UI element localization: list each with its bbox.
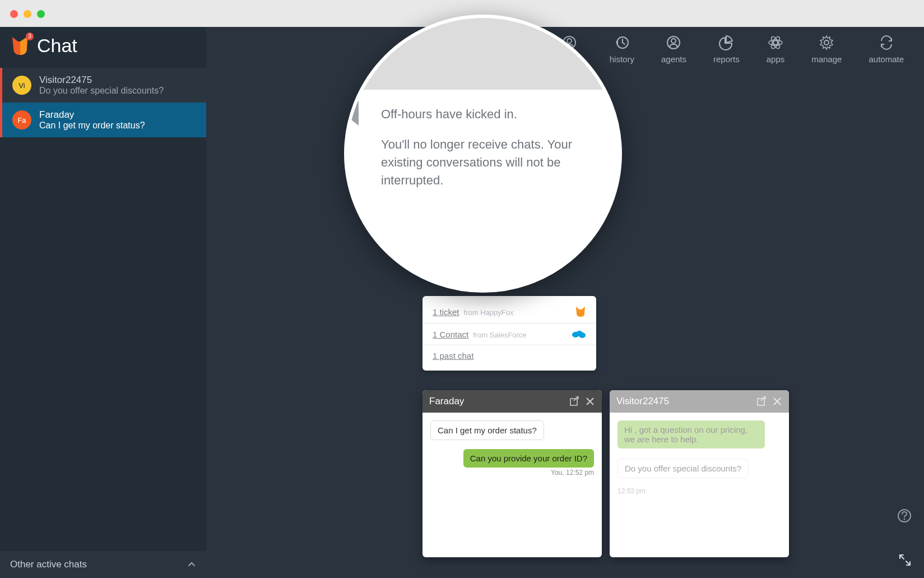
message-bubble: Do you offer special discounts? bbox=[617, 459, 749, 478]
happyfox-logo-icon: 3 bbox=[10, 36, 30, 56]
avatar: Fa bbox=[12, 110, 31, 130]
salesforce-mini-icon bbox=[572, 329, 586, 339]
expand-icon[interactable] bbox=[898, 553, 912, 567]
message-meta: You, 12:52 pm bbox=[430, 469, 594, 477]
ticket-link: 1 ticket bbox=[433, 307, 459, 317]
help-icon[interactable] bbox=[897, 508, 912, 523]
chat-item-preview: Can I get my order status? bbox=[39, 121, 145, 131]
nav-apps[interactable]: apps bbox=[761, 31, 791, 67]
zoom-dot-icon[interactable] bbox=[37, 10, 45, 18]
svg-point-13 bbox=[824, 40, 829, 45]
nav-label: automate bbox=[869, 54, 904, 64]
brand: 3 Chat bbox=[0, 27, 206, 68]
notification-body: Off-hours have kicked in. You'll no long… bbox=[347, 90, 619, 289]
chat-item-name: Visitor22475 bbox=[39, 75, 164, 86]
other-active-chats-toggle[interactable]: Other active chats bbox=[0, 551, 206, 578]
info-past-chat-row[interactable]: 1 past chat bbox=[422, 346, 596, 365]
history-icon bbox=[614, 34, 630, 51]
svg-point-8 bbox=[671, 39, 676, 43]
notification-line2: You'll no longer receive chats. Your exi… bbox=[381, 136, 588, 189]
message-outgoing: Hi , got a question on our pricing, we a… bbox=[617, 420, 781, 448]
nav-agents[interactable]: agents bbox=[656, 31, 692, 67]
message-incoming: Do you offer special discounts? bbox=[617, 459, 781, 478]
apps-icon bbox=[767, 34, 784, 51]
expand-corner bbox=[898, 553, 912, 567]
svg-rect-17 bbox=[570, 399, 577, 405]
message-meta: 12:53 pm bbox=[617, 487, 781, 495]
chat-window-title: Visitor22475 bbox=[616, 396, 669, 407]
caret-left-icon bbox=[344, 101, 359, 126]
ticket-source: from HappyFox bbox=[464, 308, 514, 317]
nav-label: apps bbox=[767, 54, 785, 64]
chat-window-header: Visitor22475 bbox=[610, 390, 789, 413]
reports-icon bbox=[718, 34, 735, 51]
chat-item-name: Faraday bbox=[39, 109, 145, 121]
sidebar-spacer bbox=[0, 137, 206, 551]
chat-window-header: Faraday bbox=[422, 390, 602, 413]
message-bubble: Can I get my order status? bbox=[430, 420, 544, 440]
nav-label: manage bbox=[811, 54, 842, 64]
message-outgoing: Can you provide your order ID? You, 12:5… bbox=[430, 449, 594, 477]
info-contact-row[interactable]: 1 Contact from SalesForce bbox=[422, 325, 596, 344]
help-corner bbox=[897, 508, 912, 523]
notification-line1: Off-hours have kicked in. bbox=[381, 105, 588, 123]
chat-list-item-faraday[interactable]: Fa Faraday Can I get my order status? bbox=[0, 103, 206, 137]
visitor-info-card: 1 ticket from HappyFox 1 Contact from Sa… bbox=[422, 296, 596, 371]
svg-rect-18 bbox=[758, 399, 764, 405]
chat-list-item-visitor[interactable]: Vi Visitor22475 Do you offer special dis… bbox=[0, 68, 206, 103]
gear-icon bbox=[818, 34, 835, 51]
app-frame: 3 Chat Vi Visitor22475 Do you offer spec… bbox=[0, 27, 924, 578]
chat-window-body: Can I get my order status? Can you provi… bbox=[422, 413, 602, 557]
close-icon[interactable] bbox=[772, 396, 782, 406]
sidebar: 3 Chat Vi Visitor22475 Do you offer spec… bbox=[0, 27, 206, 578]
automate-icon bbox=[878, 34, 895, 51]
mac-traffic-lights bbox=[10, 10, 45, 18]
nav-automate[interactable]: automate bbox=[863, 31, 909, 67]
past-chat-link: 1 past chat bbox=[433, 351, 473, 360]
nav-manage[interactable]: manage bbox=[806, 31, 847, 67]
chat-window-title: Faraday bbox=[429, 396, 464, 407]
close-dot-icon[interactable] bbox=[10, 10, 18, 18]
nav-reports[interactable]: reports bbox=[708, 31, 745, 67]
message-bubble-agent: Can you provide your order ID? bbox=[463, 449, 594, 468]
svg-point-20 bbox=[904, 519, 906, 520]
contact-source: from SalesForce bbox=[473, 331, 526, 339]
svg-point-16 bbox=[579, 332, 586, 338]
main-panel: chat messages visitors history agents re… bbox=[206, 27, 924, 578]
nav-label: agents bbox=[661, 54, 686, 64]
info-ticket-row[interactable]: 1 ticket from HappyFox bbox=[422, 302, 596, 322]
svg-point-5 bbox=[567, 39, 572, 43]
close-icon[interactable] bbox=[585, 396, 595, 406]
chevron-up-icon bbox=[187, 560, 196, 569]
chat-window-body: Hi , got a question on our pricing, we a… bbox=[610, 413, 789, 557]
popout-icon[interactable] bbox=[569, 396, 579, 406]
chat-window-visitor: Visitor22475 Hi , got a question on our … bbox=[610, 390, 789, 557]
nav-history[interactable]: history bbox=[604, 31, 640, 67]
happyfox-mini-icon bbox=[575, 306, 586, 317]
brand-title: Chat bbox=[37, 35, 77, 57]
notification-badge: 3 bbox=[26, 33, 34, 40]
message-incoming: Can I get my order status? bbox=[430, 420, 594, 440]
minimize-dot-icon[interactable] bbox=[24, 10, 31, 18]
avatar: Vi bbox=[12, 76, 31, 95]
svg-point-9 bbox=[773, 40, 778, 45]
magnifier-overlay: ✖ Off-hours have kicked in. You'll no lo… bbox=[344, 15, 622, 293]
other-active-chats-label: Other active chats bbox=[10, 559, 87, 570]
chat-list: Vi Visitor22475 Do you offer special dis… bbox=[0, 68, 206, 137]
chat-item-preview: Do you offer special discounts? bbox=[39, 86, 164, 96]
nav-label: reports bbox=[713, 54, 740, 64]
chat-window-faraday: Faraday Can I get my order status? Can y… bbox=[422, 390, 602, 557]
popout-icon[interactable] bbox=[756, 396, 767, 406]
message-bubble-agent: Hi , got a question on our pricing, we a… bbox=[617, 420, 765, 448]
contact-link: 1 Contact bbox=[433, 330, 468, 339]
agents-icon bbox=[665, 34, 682, 51]
nav-label: history bbox=[610, 54, 634, 64]
